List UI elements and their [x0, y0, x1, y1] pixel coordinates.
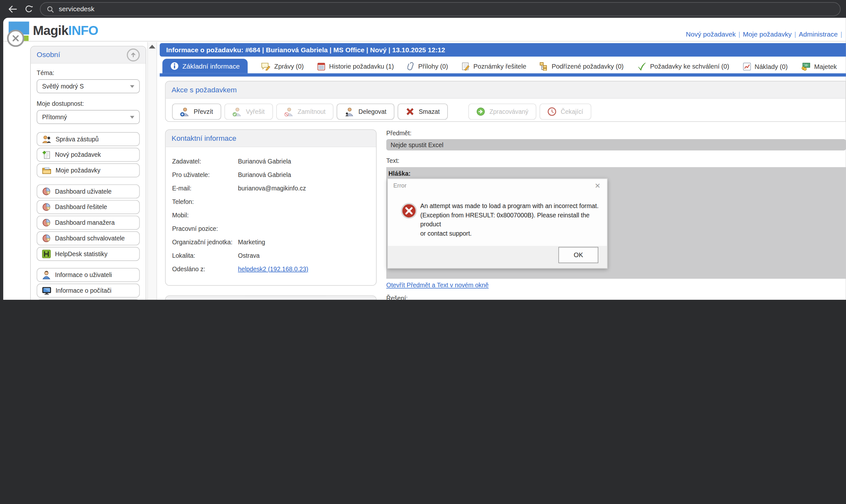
availability-value: Přítomný	[42, 114, 67, 120]
action-button-smazat[interactable]: Smazat	[398, 104, 448, 120]
action-button-prevzit[interactable]: Převzít	[172, 104, 221, 120]
message-pencil-icon	[261, 62, 270, 71]
tab-pozadavky-ke-schvaleni[interactable]: Požadavky ke schválení (0)	[637, 62, 729, 73]
sidebar-item-informace-o-uzivateli[interactable]: Informace o uživateli	[37, 268, 140, 282]
refresh-icon	[25, 5, 33, 13]
user-delegate-icon	[345, 107, 354, 116]
subject-input[interactable]: Nejde spustit Excel	[386, 139, 846, 150]
contact-label: Lokalita:	[172, 252, 238, 258]
tab-naklady[interactable]: Náklady (0)	[743, 62, 788, 73]
contact-row: Zadavatel:Burianová Gabriela	[165, 154, 376, 168]
error-line-2: (Exception from HRESULT: 0x8007000B). Pl…	[420, 211, 607, 229]
sidebar-item-dashboard-resitele[interactable]: Dashboard řešitele	[37, 200, 140, 214]
sidebar-item-zmena-hesla[interactable]: Změna hesla	[37, 299, 140, 300]
tab-zpravy[interactable]: Zprávy (0)	[261, 62, 303, 73]
sidebar-panel-osobni: Osobní Téma: Světlý modrý S Moje dostupn…	[30, 46, 146, 300]
nav-link-moje-pozadavky[interactable]: Moje požadavky	[743, 31, 792, 38]
tab-podrizene-pozadavky[interactable]: Podřízené požadavky (0)	[540, 62, 623, 73]
action-label: Smazat	[419, 108, 440, 115]
monitor-icon	[42, 287, 51, 295]
tab-historie-pozadavku[interactable]: Historie požadavku (1)	[317, 62, 394, 73]
chevron-down-icon	[130, 85, 134, 88]
contact-title: Kontaktní informace	[172, 134, 236, 142]
error-icon	[401, 203, 417, 219]
contact-header: Kontaktní informace	[165, 130, 376, 147]
sidebar-item-label: Dashboard uživatele	[55, 188, 112, 195]
sidebar-item-novy-pozadavek[interactable]: Nový požadavek	[37, 148, 140, 162]
action-button-vyresit: Vyřešit	[224, 104, 273, 120]
tab-prilohy[interactable]: Přílohy (0)	[407, 61, 448, 73]
calendar-icon	[317, 62, 325, 71]
sidebar-scrollbar[interactable]	[147, 42, 157, 300]
browser-refresh-button[interactable]	[20, 3, 37, 15]
sidebar-item-label: Nový požadavek	[55, 152, 101, 158]
folder-icon	[42, 167, 51, 175]
nav-separator: |	[794, 31, 796, 38]
sidebar-item-dashboard-schvalovatele[interactable]: Dashboard schvalovatele	[37, 231, 140, 245]
tab-label: Majetek	[814, 63, 837, 71]
green-arrow-icon	[476, 107, 485, 116]
theme-select[interactable]: Světlý modrý S	[37, 79, 140, 93]
contact-row: Odesláno z:helpdesk2 (192.168.0.23)	[165, 262, 376, 275]
error-dialog-title: Error	[393, 182, 406, 188]
sidebar-item-moje-pozadavky[interactable]: Moje požadavky	[37, 163, 140, 178]
contact-value: Burianová Gabriela	[238, 171, 291, 178]
tab-majetek[interactable]: Majetek	[801, 62, 837, 73]
contact-value: Marketing	[238, 238, 265, 245]
sidebar-item-label: Informace o počítači	[55, 287, 111, 294]
close-sidebar-button[interactable]	[7, 30, 24, 47]
nav-link-novy-pozadavek[interactable]: Nový požadavek	[686, 31, 736, 38]
tab-zakladni-informace[interactable]: Základní informace	[162, 59, 248, 73]
text-label: Text:	[386, 158, 400, 164]
sent-from-link[interactable]: helpdesk2 (192.168.0.23)	[238, 266, 308, 272]
user-plus-icon	[180, 107, 190, 116]
close-icon	[12, 35, 20, 42]
sidebar-item-label: Správa zástupů	[55, 136, 99, 142]
app-page: MagikINFO Nový požadavek|Moje požadavky|…	[3, 18, 846, 300]
sidebar-item-helpdesk-statistiky[interactable]: HelpDesk statistiky	[37, 247, 140, 261]
contact-label: Telefon:	[172, 198, 238, 204]
nav-separator: |	[739, 31, 740, 38]
collapse-up-button[interactable]	[127, 49, 140, 61]
tab-underline-bar	[160, 73, 846, 77]
scroll-up-arrow[interactable]	[149, 45, 155, 49]
tab-poznamky-resitele[interactable]: Poznámky řešitele	[462, 62, 527, 73]
browser-back-button[interactable]	[4, 3, 20, 15]
people-icon	[42, 135, 51, 143]
tab-label: Požadavky ke schválení (0)	[650, 62, 729, 70]
check-icon	[637, 62, 647, 71]
open-in-new-window-link[interactable]: Otevřít Předmět a Text v novém okně	[386, 282, 489, 289]
theme-value: Světlý modrý S	[42, 83, 84, 89]
nav-link-administrace[interactable]: Administrace	[799, 31, 838, 38]
message-label: Hláška:	[388, 170, 411, 177]
sidebar-item-dashboard-uzivatele[interactable]: Dashboard uživatele	[37, 184, 140, 198]
header-divider	[3, 41, 846, 42]
subtasks-icon	[540, 62, 548, 71]
tab-label: Základní informace	[182, 62, 240, 70]
address-bar[interactable]: servicedesk	[40, 2, 841, 16]
info-icon	[170, 62, 178, 70]
contact-row: Organizační jednotka:Marketing	[165, 235, 376, 249]
user-icon	[42, 271, 51, 279]
contact-label: Zadavatel:	[172, 158, 238, 164]
tab-label: Přílohy (0)	[418, 62, 448, 70]
action-button-delegovat[interactable]: Delegovat	[337, 104, 394, 120]
theme-label: Téma:	[37, 70, 140, 76]
contact-label: Pro uživatele:	[172, 171, 238, 178]
sidebar-item-sprava-zastupu[interactable]: Správa zástupů	[37, 132, 140, 146]
sidebar-item-informace-o-pocitaci[interactable]: Informace o počítači	[37, 284, 140, 298]
sidebar-item-label: HelpDesk statistiky	[55, 251, 107, 257]
pie-chart-icon	[42, 203, 51, 211]
action-button-zamitnout: Zamítnout	[276, 104, 334, 120]
contact-panel: Kontaktní informace Zadavatel:Burianová …	[165, 129, 377, 286]
contact-label: Pracovní pozice:	[172, 225, 238, 232]
back-arrow-icon	[8, 5, 17, 13]
contact-row: E-mail:burianova@magikinfo.cz	[165, 181, 376, 195]
solution-label: Řešení:	[386, 295, 408, 300]
contact-label: Organizační jednotka:	[172, 238, 238, 245]
clock-icon	[548, 107, 557, 116]
search-icon	[47, 6, 54, 13]
action-label: Převzít	[194, 108, 213, 115]
availability-select[interactable]: Přítomný	[37, 110, 140, 124]
sidebar-item-dashboard-manazera[interactable]: Dashboard manažera	[37, 216, 140, 230]
